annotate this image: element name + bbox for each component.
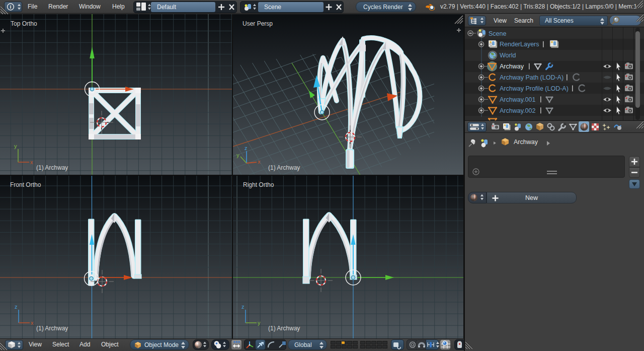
svg-text:Scene: Scene bbox=[489, 30, 506, 37]
svg-text:Archway.002: Archway.002 bbox=[500, 107, 535, 114]
svg-text:x: x bbox=[30, 159, 33, 165]
svg-text:Archway: Archway bbox=[500, 63, 524, 70]
svg-text:z: z bbox=[15, 304, 18, 310]
svg-text:y: y bbox=[236, 152, 239, 158]
svg-text:z: z bbox=[242, 304, 245, 310]
svg-text:z: z bbox=[245, 145, 248, 151]
svg-text:x: x bbox=[258, 159, 261, 165]
svg-text:RenderLayers: RenderLayers bbox=[500, 41, 539, 48]
svg-text:World: World bbox=[500, 52, 516, 59]
svg-text:x: x bbox=[31, 320, 34, 326]
svg-text:Archway.001: Archway.001 bbox=[500, 96, 535, 103]
svg-text:y: y bbox=[14, 143, 17, 149]
svg-text:Archway Profile (LOD-A): Archway Profile (LOD-A) bbox=[500, 85, 569, 92]
svg-text:Archway Path (LOD-A): Archway Path (LOD-A) bbox=[500, 74, 564, 81]
svg-text:y: y bbox=[258, 320, 261, 326]
svg-text:i: i bbox=[10, 4, 12, 10]
